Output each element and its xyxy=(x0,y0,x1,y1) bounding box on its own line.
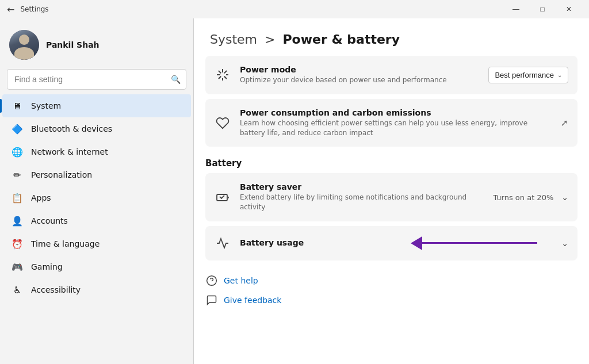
gaming-icon: 🎮 xyxy=(12,261,23,273)
sidebar-item-system[interactable]: 🖥 System xyxy=(2,94,191,117)
accessibility-icon: ♿ xyxy=(12,284,23,296)
power-consumption-icon xyxy=(215,115,231,131)
power-consumption-action: ➚ xyxy=(561,117,568,128)
sidebar-item-label-bluetooth: Bluetooth & devices xyxy=(31,124,112,133)
main-content: System > Power & battery Power mode Opti… xyxy=(194,18,589,364)
nav-section: 🖥 System 🔷 Bluetooth & devices 🌐 Network… xyxy=(0,94,193,359)
search-input[interactable] xyxy=(7,69,186,90)
power-mode-text: Power mode Optimize your device based on… xyxy=(240,65,479,85)
get-help-link[interactable]: Get help xyxy=(205,274,577,287)
app-title: Settings xyxy=(20,5,503,13)
breadcrumb-current: Power & battery xyxy=(282,32,400,47)
sidebar: Pankil Shah 🔍 🖥 System 🔷 Bluetooth & dev… xyxy=(0,18,193,364)
battery-saver-text: Battery saver Extend battery life by lim… xyxy=(240,182,484,212)
battery-saver-status: Turns on at 20% xyxy=(493,193,553,202)
accounts-icon: 👤 xyxy=(12,215,23,227)
personalization-icon: ✏️ xyxy=(12,169,23,181)
footer-links: Get help Give feedback xyxy=(194,265,589,316)
breadcrumb-separator: > xyxy=(265,32,275,47)
sidebar-item-accounts[interactable]: 👤 Accounts xyxy=(2,209,191,232)
chevron-down-icon: ⌄ xyxy=(557,72,562,78)
breadcrumb-parent: System xyxy=(210,32,257,47)
sidebar-item-label-accounts: Accounts xyxy=(31,216,68,225)
back-button[interactable]: ← xyxy=(7,4,14,15)
sidebar-item-label-apps: Apps xyxy=(31,193,51,202)
apps-icon: 📋 xyxy=(12,192,23,204)
time-icon: ⏰ xyxy=(12,238,23,250)
battery-usage-item[interactable]: Battery usage ⌄ xyxy=(205,226,577,260)
sidebar-item-label-network: Network & internet xyxy=(31,147,108,156)
svg-point-1 xyxy=(207,276,217,286)
sidebar-item-network[interactable]: 🌐 Network & internet xyxy=(2,140,191,163)
battery-section-label: Battery xyxy=(194,151,589,173)
sidebar-item-bluetooth[interactable]: 🔷 Bluetooth & devices xyxy=(2,117,191,140)
power-mode-value: Best performance xyxy=(495,71,554,79)
sidebar-item-personalization[interactable]: ✏️ Personalization xyxy=(2,163,191,186)
window-controls: — □ ✕ xyxy=(503,0,582,18)
system-icon: 🖥 xyxy=(12,100,23,112)
sidebar-item-label-personalization: Personalization xyxy=(31,170,92,179)
power-consumption-desc: Learn how choosing efficient power setti… xyxy=(240,118,552,138)
app-container: Pankil Shah 🔍 🖥 System 🔷 Bluetooth & dev… xyxy=(0,18,589,364)
maximize-button[interactable]: □ xyxy=(529,0,556,18)
avatar xyxy=(9,30,39,60)
battery-saver-title: Battery saver xyxy=(240,182,484,191)
sidebar-item-label-accessibility: Accessibility xyxy=(31,285,81,294)
bluetooth-icon: 🔷 xyxy=(12,123,23,135)
give-feedback-link[interactable]: Give feedback xyxy=(205,294,577,306)
power-consumption-item[interactable]: Power consumption and carbon emissions L… xyxy=(205,99,577,147)
search-container: 🔍 xyxy=(7,69,186,90)
sidebar-item-apps[interactable]: 📋 Apps xyxy=(2,186,191,209)
sidebar-item-gaming[interactable]: 🎮 Gaming xyxy=(2,255,191,278)
sidebar-item-label-gaming: Gaming xyxy=(31,262,63,271)
battery-saver-icon xyxy=(215,189,231,205)
power-mode-dropdown[interactable]: Best performance ⌄ xyxy=(488,67,568,83)
profile-name: Pankil Shah xyxy=(46,40,100,49)
close-button[interactable]: ✕ xyxy=(556,0,582,18)
sidebar-item-label-time: Time & language xyxy=(31,239,100,248)
sidebar-item-accessibility[interactable]: ♿ Accessibility xyxy=(2,278,191,301)
battery-list: Battery saver Extend battery life by lim… xyxy=(194,173,589,260)
power-consumption-text: Power consumption and carbon emissions L… xyxy=(240,108,552,138)
battery-saver-desc: Extend battery life by limiting some not… xyxy=(240,193,484,212)
titlebar: ← Settings — □ ✕ xyxy=(0,0,589,18)
breadcrumb: System > Power & battery xyxy=(210,32,573,47)
battery-usage-icon xyxy=(215,235,231,251)
power-consumption-title: Power consumption and carbon emissions xyxy=(240,108,552,117)
battery-usage-title: Battery usage xyxy=(240,238,548,247)
settings-list: Power mode Optimize your device based on… xyxy=(194,56,589,147)
power-mode-item[interactable]: Power mode Optimize your device based on… xyxy=(205,56,577,94)
battery-usage-chevron: ⌄ xyxy=(561,239,568,248)
get-help-label: Get help xyxy=(224,276,258,285)
give-feedback-icon xyxy=(205,294,218,306)
power-mode-action: Best performance ⌄ xyxy=(488,67,568,83)
battery-saver-chevron: ⌄ xyxy=(561,193,568,202)
give-feedback-label: Give feedback xyxy=(224,296,281,305)
battery-saver-item[interactable]: Battery saver Extend battery life by lim… xyxy=(205,173,577,221)
network-icon: 🌐 xyxy=(12,146,23,158)
battery-usage-action: ⌄ xyxy=(557,239,568,248)
search-icon: 🔍 xyxy=(171,75,181,84)
sidebar-item-time[interactable]: ⏰ Time & language xyxy=(2,232,191,255)
battery-saver-action: Turns on at 20% ⌄ xyxy=(493,193,568,202)
profile-section[interactable]: Pankil Shah xyxy=(0,18,193,69)
minimize-button[interactable]: — xyxy=(503,0,529,18)
power-mode-desc: Optimize your device based on power use … xyxy=(240,75,479,85)
battery-usage-text: Battery usage xyxy=(240,238,548,248)
external-link-icon: ➚ xyxy=(561,117,568,128)
power-mode-title: Power mode xyxy=(240,65,479,74)
sidebar-item-label-system: System xyxy=(31,101,61,110)
get-help-icon xyxy=(205,274,218,287)
power-mode-icon xyxy=(215,67,231,83)
page-header: System > Power & battery xyxy=(194,18,589,56)
